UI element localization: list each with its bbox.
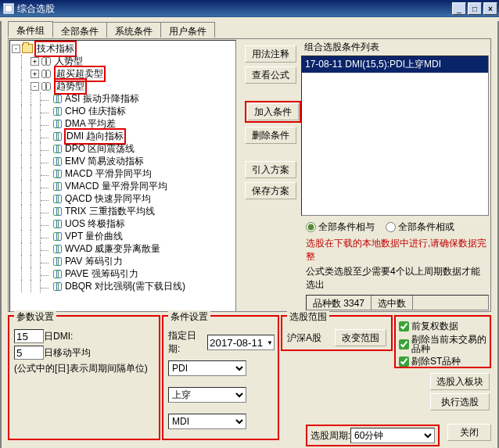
param2-input[interactable] bbox=[14, 346, 44, 360]
market-label: 沪深A股 bbox=[287, 332, 321, 345]
chain-icon bbox=[41, 82, 52, 90]
tree-item[interactable]: ASI 振动升降指标 bbox=[10, 92, 235, 105]
cond-legend: 条件设置 bbox=[168, 310, 210, 324]
indicator-icon bbox=[52, 95, 62, 102]
chain-icon bbox=[41, 70, 52, 77]
indicator-icon bbox=[52, 145, 62, 152]
radio-and[interactable]: 全部条件相与 bbox=[306, 220, 375, 234]
import-plan-button[interactable]: 引入方案 bbox=[245, 161, 296, 178]
delete-condition-button[interactable]: 删除条件 bbox=[245, 127, 296, 144]
selected-label: 选中数 bbox=[372, 296, 413, 310]
indicator-icon bbox=[52, 182, 62, 190]
expand-icon[interactable]: + bbox=[31, 57, 39, 66]
indicator-tree[interactable]: - 技术指标 + 人势型 + 超买超卖型 - 趋势型 bbox=[9, 40, 236, 312]
tab-condition-group[interactable]: 条件组 bbox=[8, 21, 53, 38]
tree-item[interactable]: EMV 简易波动指标 bbox=[10, 155, 235, 167]
scope-legend: 选股范围 bbox=[287, 310, 329, 324]
tree-item-label: TRIX 三重指数平均线 bbox=[64, 205, 156, 218]
tree-item[interactable]: MACD 平滑异同平均 bbox=[10, 167, 235, 180]
maximize-button[interactable]: □ bbox=[468, 2, 482, 15]
info-text: 公式类选股至少需要4个以上周期数据才能选出 bbox=[306, 265, 489, 292]
tree-item-label: ASI 振动升降指标 bbox=[64, 92, 140, 106]
folder-icon bbox=[22, 44, 33, 53]
tree-item[interactable]: VPT 量价曲线 bbox=[10, 230, 235, 242]
param-legend: 参数设置 bbox=[14, 310, 56, 324]
tree-item[interactable]: UOS 终极指标 bbox=[10, 217, 235, 230]
indicator-icon bbox=[52, 270, 62, 278]
tree-item-label: WVAD 威廉变异离散量 bbox=[64, 242, 161, 256]
check-qfq[interactable]: 前复权数据 bbox=[399, 320, 486, 333]
minimize-button[interactable]: _ bbox=[452, 2, 466, 15]
tree-item-label: VPT 量价曲线 bbox=[64, 230, 124, 243]
count-label: 品种数 3347 bbox=[307, 296, 372, 310]
tree-item[interactable]: VMACD 量平滑异同平均 bbox=[10, 180, 235, 192]
check-remove-st[interactable]: 剔除ST品种 bbox=[399, 355, 486, 368]
tree-item-label: DPO 区间震荡线 bbox=[64, 142, 135, 156]
tree-item[interactable]: DPO 区间震荡线 bbox=[10, 142, 235, 155]
tree-item[interactable]: QACD 快速异同平均 bbox=[10, 192, 235, 205]
indicator-icon bbox=[52, 107, 62, 115]
tree-item-label: VMACD 量平滑异同平均 bbox=[64, 180, 168, 193]
tree-item-label: QACD 快速异同平均 bbox=[64, 192, 152, 206]
indicator-icon bbox=[52, 132, 62, 140]
add-condition-button[interactable]: 加入条件 bbox=[247, 103, 299, 120]
tree-item-label: CHO 佳庆指标 bbox=[64, 105, 127, 118]
operator-select[interactable]: 上穿 bbox=[168, 387, 246, 403]
tree-item[interactable]: DMI 趋向指标 bbox=[10, 130, 235, 142]
param1-input[interactable] bbox=[14, 329, 44, 343]
indicator-icon bbox=[52, 170, 62, 177]
tree-item[interactable]: TRIX 三重指数平均线 bbox=[10, 205, 235, 217]
chain-icon bbox=[41, 57, 52, 65]
check-remove-untraded[interactable]: 剔除当前未交易的品种 bbox=[399, 335, 486, 353]
save-plan-button[interactable]: 保存方案 bbox=[245, 182, 296, 199]
tree-item[interactable]: WVAD 威廉变异离散量 bbox=[10, 242, 235, 255]
indicator-icon bbox=[52, 232, 62, 240]
date-input[interactable] bbox=[207, 335, 275, 350]
change-scope-button[interactable]: 改变范围 bbox=[335, 329, 386, 346]
tree-item[interactable]: DBQR 对比强弱(需下载日线) bbox=[10, 280, 235, 292]
indicator-icon bbox=[52, 257, 62, 265]
param-note: (公式中的[日]表示周期间隔单位) bbox=[14, 363, 154, 374]
tab-user-conditions[interactable]: 用户条件 bbox=[160, 22, 215, 38]
action-button-column: 用法注释 查看公式 加入条件 删除条件 引入方案 保存方案 bbox=[237, 39, 301, 311]
indicator-icon bbox=[52, 245, 62, 253]
param2-label: 日移动平均 bbox=[44, 346, 91, 360]
tree-item[interactable]: PAV 筹码引力 bbox=[10, 255, 235, 267]
cycle-label: 选股周期: bbox=[311, 429, 350, 443]
tree-item-label: PAVE 强筹码引力 bbox=[64, 267, 139, 281]
tree-item-label: MACD 平滑异同平均 bbox=[64, 167, 153, 181]
cycle-select[interactable]: 60分钟 bbox=[350, 428, 435, 443]
radio-or[interactable]: 全部条件相或 bbox=[386, 220, 454, 234]
indicator-icon bbox=[52, 195, 62, 202]
close-button[interactable]: × bbox=[483, 2, 497, 15]
close-dialog-button[interactable]: 关闭 bbox=[447, 424, 491, 441]
tree-item[interactable]: PAVE 强筹码引力 bbox=[10, 267, 235, 280]
date-label: 指定日期: bbox=[168, 329, 207, 356]
param1-label: 日DMI: bbox=[44, 330, 73, 343]
indicator-icon bbox=[52, 120, 62, 127]
expand-icon[interactable]: - bbox=[12, 45, 20, 53]
collapse-icon[interactable]: - bbox=[31, 82, 39, 91]
field2-select[interactable]: MDI bbox=[168, 414, 246, 429]
tree-item-label: UOS 终极指标 bbox=[64, 217, 126, 231]
condition-list[interactable]: 17-08-11 DMI(15,5):PDI上穿MDI bbox=[301, 56, 489, 216]
indicator-icon bbox=[52, 282, 62, 290]
tab-system-conditions[interactable]: 系统条件 bbox=[106, 22, 161, 38]
window-title: 综合选股 bbox=[17, 2, 451, 16]
expand-icon[interactable]: + bbox=[31, 70, 39, 78]
tree-item[interactable]: CHO 佳庆指标 bbox=[10, 105, 235, 117]
tree-item-label: DBQR 对比强弱(需下载日线) bbox=[64, 280, 186, 293]
tree-item-label: EMV 简易波动指标 bbox=[64, 155, 145, 168]
field1-select[interactable]: PDI bbox=[168, 360, 246, 376]
indicator-icon bbox=[52, 220, 62, 228]
usage-button[interactable]: 用法注释 bbox=[245, 45, 296, 63]
tree-item-label: PAV 筹码引力 bbox=[64, 255, 124, 268]
view-formula-button[interactable]: 查看公式 bbox=[245, 66, 296, 84]
tab-all-conditions[interactable]: 全部条件 bbox=[52, 22, 107, 38]
condition-list-item[interactable]: 17-08-11 DMI(15,5):PDI上穿MDI bbox=[302, 56, 488, 73]
add-to-block-button[interactable]: 选股入板块 bbox=[430, 373, 490, 390]
execute-button[interactable]: 执行选股 bbox=[430, 393, 490, 410]
indicator-icon bbox=[52, 207, 62, 215]
condition-list-label: 组合选股条件列表 bbox=[304, 41, 489, 54]
indicator-icon bbox=[52, 157, 62, 165]
